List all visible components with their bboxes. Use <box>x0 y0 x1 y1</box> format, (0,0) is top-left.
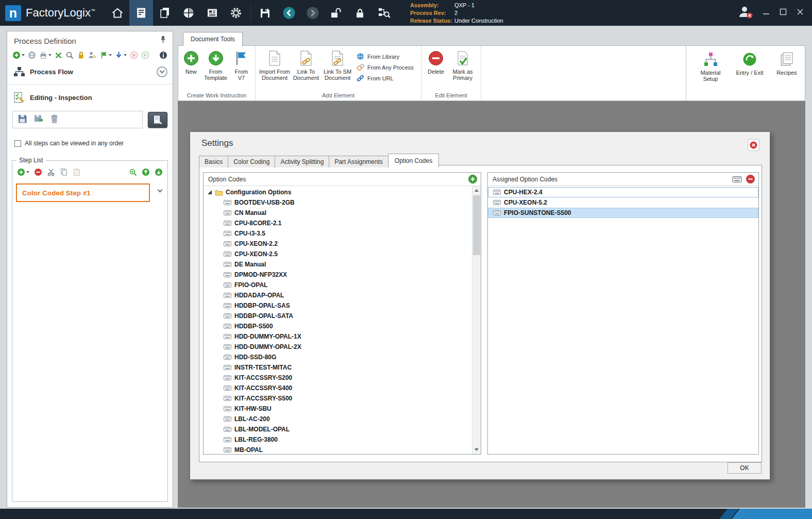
work-instructions-button[interactable] <box>129 0 153 26</box>
from-url-button[interactable]: From URL <box>354 73 416 83</box>
forward-button[interactable] <box>301 0 325 26</box>
option-code-item[interactable]: HDDBP-S500 <box>204 321 472 331</box>
option-code-item[interactable]: FPIO-OPAL <box>204 280 472 290</box>
option-code-item[interactable]: DPMOD-NFP32XX <box>204 270 472 280</box>
from-template-button[interactable]: From Template <box>201 49 229 81</box>
scrollbar[interactable] <box>472 186 481 454</box>
option-code-item[interactable]: CPU-i3-3.5 <box>204 228 472 239</box>
save-step-button[interactable] <box>18 114 27 126</box>
option-code-item[interactable]: HDDBP-OPAL-SAS <box>204 300 472 311</box>
settings-button[interactable] <box>224 0 248 26</box>
option-code-item[interactable]: DE Manual <box>204 259 472 270</box>
option-code-item[interactable]: KIT-ACCSSRY-S400 <box>204 383 472 393</box>
dialog-close-button[interactable] <box>748 139 759 151</box>
option-code-item[interactable]: BOOTDEV-USB-2GB <box>204 197 472 208</box>
option-code-item[interactable]: LBL-AC-200 <box>204 414 472 424</box>
move-step-up-button[interactable] <box>141 167 150 177</box>
collapse-flow-button[interactable] <box>157 66 167 77</box>
new-button[interactable]: New <box>181 49 200 75</box>
minimize-button[interactable] <box>763 8 770 18</box>
delete-step-button[interactable] <box>50 114 59 126</box>
find-step-button[interactable] <box>128 167 138 177</box>
edit-work-instruction-button[interactable] <box>148 112 167 128</box>
import-step-button[interactable] <box>33 114 44 126</box>
flag-button[interactable] <box>99 50 112 60</box>
assigned-option-row[interactable]: FPIO-SUNSTONE-S500 <box>488 208 758 218</box>
user-permissions-button[interactable] <box>88 50 97 60</box>
home-button[interactable] <box>106 0 129 26</box>
link-to-sm-document-button[interactable]: Link To SM Document <box>322 49 353 81</box>
option-code-item[interactable]: KIT-ACCSSRY-S500 <box>204 393 472 404</box>
tree-root-configuration-options[interactable]: Configuration Options <box>204 187 472 197</box>
option-code-item[interactable]: LBL-REG-3800 <box>204 434 472 445</box>
option-code-item[interactable]: KIT-ACCSSRY-S200 <box>204 373 472 383</box>
settings-tab[interactable]: Part Assignments <box>329 156 388 168</box>
add-step-button[interactable] <box>16 167 30 177</box>
info-button[interactable] <box>159 50 168 60</box>
step-item[interactable]: Color Coded Step #1 <box>16 183 150 202</box>
stop-button[interactable] <box>129 50 139 60</box>
find-button[interactable] <box>65 50 74 60</box>
web-button[interactable] <box>27 50 37 60</box>
option-code-item[interactable]: HDDBP-OPAL-SATA <box>204 311 472 321</box>
keyboard-entry-button[interactable] <box>732 174 742 185</box>
step-chevron-down-icon[interactable] <box>158 188 163 193</box>
pin-button[interactable] <box>160 36 166 45</box>
settings-tab[interactable]: Activity Splitting <box>275 156 329 168</box>
news-button[interactable] <box>200 0 224 26</box>
option-code-item[interactable]: CPU-8CORE-2.1 <box>204 218 472 228</box>
add-option-code-button[interactable] <box>467 174 478 185</box>
settings-tab[interactable]: Color Coding <box>228 156 275 168</box>
maximize-button[interactable] <box>780 8 787 18</box>
cut-process-button[interactable] <box>54 50 63 60</box>
any-order-checkbox[interactable] <box>14 140 21 147</box>
lock-process-button[interactable] <box>76 50 86 60</box>
unlock-button[interactable] <box>325 0 348 26</box>
cut-step-button[interactable] <box>46 167 56 177</box>
from-v7-button[interactable]: From V7 <box>231 49 252 81</box>
option-code-item[interactable]: HDDADAP-OPAL <box>204 290 472 300</box>
close-button[interactable] <box>797 8 804 18</box>
entry-exit-button[interactable]: Entry / Exit <box>734 50 766 76</box>
expander-expanded-icon[interactable] <box>207 190 212 195</box>
tab-document-tools[interactable]: Document Tools <box>183 32 243 46</box>
from-library-button[interactable]: From Library <box>354 51 416 62</box>
editing-inspection-row[interactable]: Editing - Inspection <box>13 90 167 105</box>
scrollbar-thumb[interactable] <box>473 195 480 255</box>
remove-step-button[interactable] <box>33 167 43 177</box>
mark-as-primary-button[interactable]: Mark as Primary <box>448 49 477 81</box>
production-button[interactable] <box>177 0 200 26</box>
option-code-item[interactable]: KIT-HW-SBU <box>204 404 472 414</box>
settings-tab[interactable]: Basics <box>199 156 228 168</box>
lock-button[interactable] <box>348 0 372 26</box>
ok-button[interactable]: OK <box>728 462 762 474</box>
option-code-item[interactable]: MB-OPAL <box>204 445 472 454</box>
option-code-item[interactable]: HDD-DUMMY-OPAL-2X <box>204 342 472 352</box>
option-code-item[interactable]: HDD-SSD-80G <box>204 352 472 362</box>
move-step-button[interactable] <box>114 50 127 60</box>
option-code-item[interactable]: INSTR-TEST-MITAC <box>204 362 472 373</box>
assigned-option-row[interactable]: CPU-HEX-2.4 <box>488 187 758 197</box>
resume-button[interactable] <box>141 50 150 60</box>
print-button[interactable] <box>39 50 52 60</box>
move-step-down-button[interactable] <box>154 167 163 177</box>
back-button[interactable] <box>277 0 301 26</box>
remove-assigned-button[interactable] <box>745 174 755 185</box>
import-from-document-button[interactable]: Import From Document <box>259 49 291 81</box>
from-any-process-button[interactable]: From Any Process <box>354 62 416 73</box>
process-flow-row[interactable]: Process Flow <box>13 64 167 79</box>
option-code-item[interactable]: CPU-XEON-2.2 <box>204 239 472 249</box>
add-process-button[interactable] <box>12 50 25 60</box>
option-code-item[interactable]: LBL-MODEL-OPAL <box>204 424 472 434</box>
option-code-item[interactable]: HDD-DUMMY-OPAL-1X <box>204 331 472 342</box>
scroll-down-button[interactable] <box>472 445 481 454</box>
material-setup-button[interactable]: Material Setup <box>696 50 725 82</box>
save-button[interactable] <box>253 0 277 26</box>
option-code-item[interactable]: CPU-XEON-2.5 <box>204 249 472 259</box>
link-to-document-button[interactable]: Link To Document <box>292 49 320 81</box>
user-logout-button[interactable] <box>737 5 753 21</box>
documents-button[interactable] <box>153 0 177 26</box>
settings-tab[interactable]: Option Codes <box>388 154 439 168</box>
scroll-up-button[interactable] <box>472 186 481 195</box>
assigned-option-row[interactable]: CPU-XEON-5.2 <box>488 197 758 208</box>
